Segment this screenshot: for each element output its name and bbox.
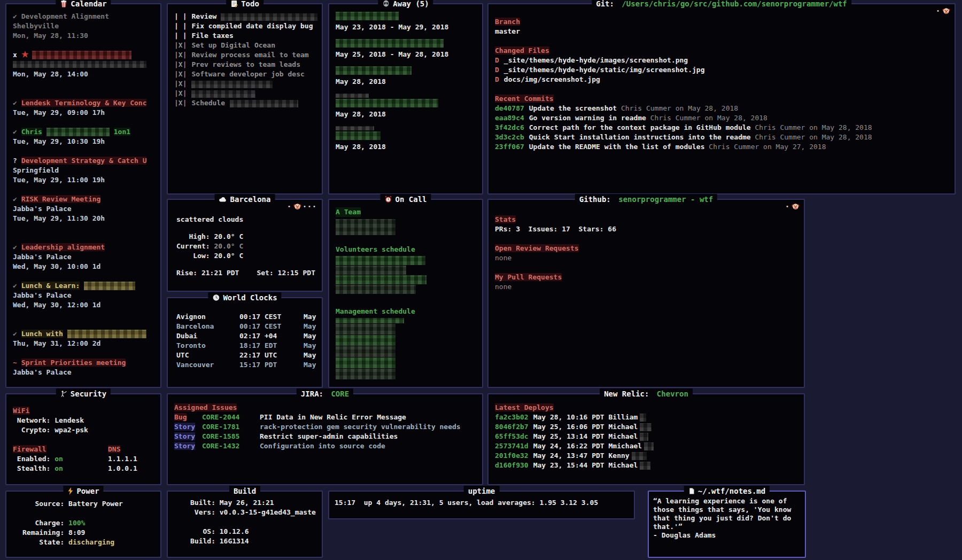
todo-item[interactable]: |X|Review process email to team (174, 50, 317, 60)
git-commit: 3f42dc6Correct path for the context pack… (495, 123, 950, 133)
oncall-panel-title: On Call (380, 194, 431, 205)
oncall-volunteers-header: Volunteers schedule (336, 245, 478, 254)
panel-notes[interactable]: ~/.wtf/notes.md “A learning experience i… (648, 491, 806, 558)
jira-assigned-header: Assigned Issues (174, 403, 237, 411)
todo-item[interactable]: |X| (174, 79, 317, 89)
panel-title-text: ~/.wtf/notes.md (698, 487, 765, 495)
git-repo-path: /Users/chris/go/src/github.com/senorprog… (622, 0, 847, 8)
todo-item[interactable]: | |Fix compiled date display bug (174, 21, 317, 31)
away-entry: May 25, 2018 - May 28, 2018 (336, 39, 478, 59)
deploy-row: 65ff53dcMay 25, 13:14 PDT Michael (495, 432, 800, 441)
build-number-row: Build: 16G1314 (190, 536, 317, 546)
redacted-block (632, 452, 647, 460)
power-remaining-row: Remaining: 8:09 (22, 528, 156, 538)
sun-times: Rise: 21:21 PDT Set: 12:15 PDT (176, 268, 317, 278)
panel-title-text: On Call (395, 195, 426, 204)
redacted-block (336, 126, 374, 130)
page-icon (688, 487, 695, 495)
weather-high: High: 20.0° C (176, 232, 317, 242)
redacted-block (336, 94, 369, 98)
panel-weather-barcelona[interactable]: Barcelona • ••• scattered clouds High: 2… (167, 199, 323, 292)
away-entry: May 28, 2018 (336, 126, 478, 152)
git-changed-file: D_site/themes/hyde-hyde/static/img/scree… (495, 65, 950, 75)
redacted-block (336, 266, 406, 275)
oncall-management-header: Management schedule (336, 307, 478, 316)
todo-item[interactable]: |X|Software developer job desc (174, 69, 317, 79)
panel-build[interactable]: Build Built: May 26, 21:21 Vers: v0.0.3-… (167, 491, 323, 558)
away-entry: May 28, 2018 (336, 66, 478, 87)
sunset: Set: 12:15 PDT (257, 268, 315, 278)
panel-title-text: Build (234, 487, 256, 495)
calendar-event: x Mon, May 28, 14:00 (13, 50, 156, 79)
redacted-block (32, 51, 131, 59)
note-line: “A learning experience is one of (653, 497, 801, 505)
panel-power[interactable]: Power Source: Battery Power Charge: 100%… (5, 491, 161, 558)
todo-item[interactable]: |X|Schedule (174, 98, 317, 108)
panel-todo[interactable]: Todo | |Review | |Fix compiled date disp… (167, 3, 323, 195)
redacted-block (230, 100, 298, 107)
panel-uptime[interactable]: uptime 15:17 up 4 days, 21:31, 5 users, … (328, 491, 635, 519)
power-source-row: Source: Battery Power (22, 499, 156, 509)
panel-world-clocks[interactable]: World Clocks Avignon00:17 CESTMay 29 Bar… (167, 297, 323, 388)
deploy-row: 2573741dMay 24, 16:22 PDT Mmichael (495, 441, 800, 451)
firewall-stealth-row: Stealth: on1.0.0.1 (13, 464, 156, 473)
todo-item[interactable]: |X|Prev reviews to team leads (174, 60, 317, 69)
jira-issue-row[interactable]: StoryCORE-1432Configuration into source … (174, 441, 478, 451)
weather-low: Low: 20.0° C (176, 251, 317, 261)
github-stats-header: Stats (495, 215, 516, 223)
panel-security[interactable]: Security WiFi Network: Lendesk Crypto: w… (5, 393, 161, 485)
jira-project: CORE (331, 390, 349, 398)
redacted-block (336, 318, 404, 323)
note-line: that.'” (653, 523, 801, 531)
redacted-block (336, 285, 416, 294)
panel-calendar[interactable]: Calendar ✔ Development Alignment Shelbyv… (5, 3, 161, 388)
world-clocks-panel-title: World Clocks (208, 292, 281, 303)
panel-github[interactable]: Github: senorprogrammer - wtf • Stats PR… (487, 199, 805, 388)
jira-issue-row[interactable]: BugCORE-2044PII Data in New Relic Error … (174, 413, 478, 422)
lightning-icon (67, 487, 73, 495)
redacted-block (84, 282, 135, 290)
panel-title-text: Todo (241, 0, 259, 8)
todo-item[interactable]: |X|Set up Digital Ocean (174, 41, 317, 50)
pager-indicator: • (786, 203, 800, 211)
git-commit: de40787Update the screenshot Chris Cumme… (495, 104, 950, 113)
jira-issue-row[interactable]: StoryCORE-1585Restrict super-admin capab… (174, 432, 478, 441)
firewall-dns-headers: FirewallDNS (13, 445, 156, 454)
wifi-header: WiFi (13, 407, 29, 415)
weather-condition: scattered clouds (176, 215, 317, 224)
build-built-row: Built: May 26, 21:21 (190, 498, 317, 508)
collision-icon (21, 51, 29, 58)
cloud-icon (219, 196, 227, 203)
panel-oncall[interactable]: On Call A Team Volunteers schedule Manag… (328, 199, 483, 388)
todo-panel-title: Todo (226, 0, 263, 9)
redacted-block (221, 13, 317, 21)
redacted-block (336, 66, 412, 75)
power-panel-title: Power (63, 486, 103, 496)
todo-item[interactable]: | |Review (174, 12, 317, 21)
redacted-block (644, 442, 654, 450)
calendar-event: ✔ Development Alignment Shelbyville Mon,… (13, 12, 156, 41)
calendar-event: ✔ Chris1on1 Tue, May 29, 10:30 19h (13, 127, 156, 146)
deploy-row: 201f0e32May 24, 13:47 PDT Kenny (495, 451, 800, 461)
alien-icon (382, 0, 390, 7)
redacted-block (13, 61, 146, 68)
panel-newrelic[interactable]: New Relic: Chevron Latest Deploys fa2c3b… (487, 393, 805, 485)
panel-jira[interactable]: JIRA: CORE Assigned Issues BugCORE-2044P… (167, 393, 483, 485)
todo-item[interactable]: |X| (174, 89, 317, 98)
git-panel-title: Git: /Users/chris/go/src/github.com/seno… (592, 0, 851, 9)
redacted-block (336, 346, 395, 357)
redacted-block (336, 12, 399, 20)
todo-item[interactable]: | |File taxes (174, 31, 317, 41)
panel-away[interactable]: Away (5) May 23, 2018 - May 29, 2018 May… (328, 3, 483, 195)
redacted-block (336, 131, 381, 140)
clock-row: Avignon00:17 CESTMay 29 (176, 312, 317, 322)
panel-git[interactable]: Git: /Users/chris/go/src/github.com/seno… (487, 3, 956, 195)
away-panel-title: Away (5) (378, 0, 433, 9)
note-line: those things that says, 'You know (653, 505, 801, 514)
redacted-block (336, 256, 425, 265)
github-stats: PRs: 3 Issues: 17 Stars: 66 (495, 224, 800, 234)
sunrise: Rise: 21:21 PDT (176, 268, 239, 278)
wifi-network-row: Network: Lendesk (13, 416, 156, 425)
clock-icon (212, 294, 220, 301)
jira-issue-row[interactable]: StoryCORE-1781rack-protection gem securi… (174, 422, 478, 432)
